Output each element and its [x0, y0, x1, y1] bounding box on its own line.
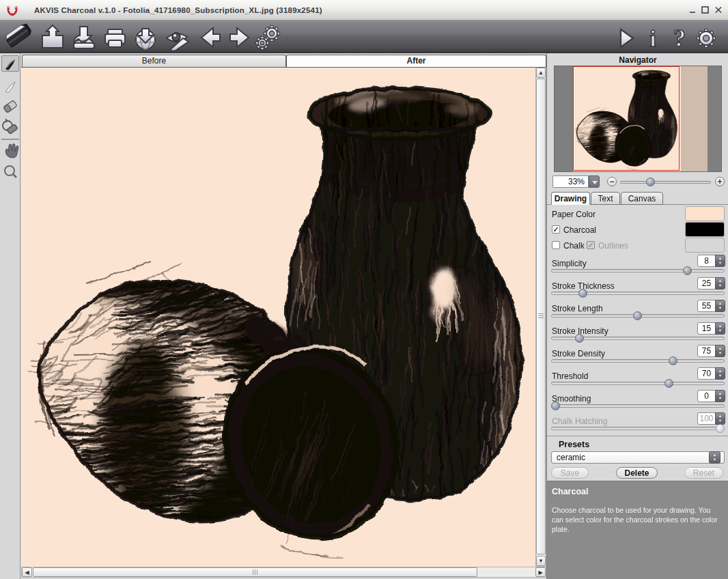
- svg-text:?: ?: [673, 25, 686, 52]
- svg-text:i: i: [649, 26, 656, 51]
